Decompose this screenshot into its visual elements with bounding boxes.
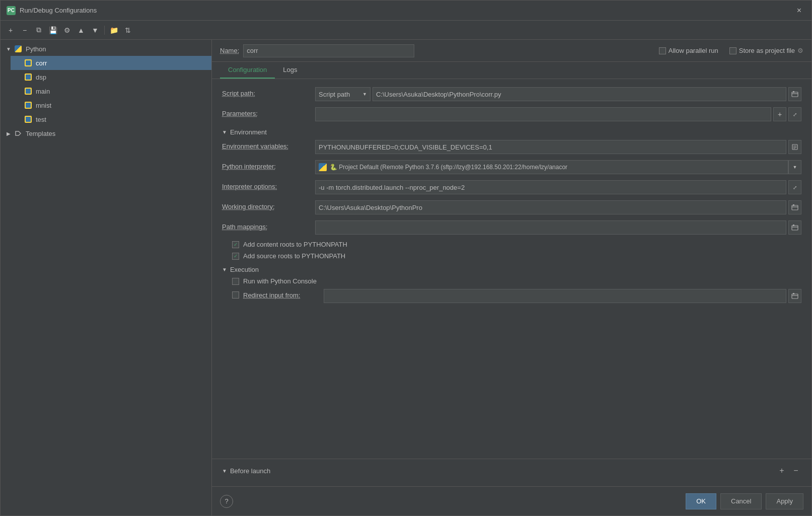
- redirect-input-input[interactable]: [324, 289, 786, 303]
- working-dir-browse-button[interactable]: [788, 200, 801, 214]
- env-vars-controls: [315, 140, 801, 154]
- parameters-input[interactable]: [315, 107, 771, 121]
- help-button[interactable]: ?: [220, 495, 233, 508]
- svg-rect-1: [793, 91, 794, 93]
- before-launch-arrow-icon: ▼: [222, 468, 227, 474]
- path-mappings-input[interactable]: [315, 220, 786, 235]
- python-interp-icon: [319, 163, 327, 171]
- corr-label: corr: [36, 59, 47, 67]
- ok-button[interactable]: OK: [686, 493, 716, 509]
- working-dir-input[interactable]: [315, 200, 786, 214]
- interpreter-options-label: Interpreter options:: [222, 180, 315, 190]
- main-expand: [15, 87, 23, 95]
- add-content-roots-label: Add content roots to PYTHONPATH: [243, 241, 347, 248]
- save-configuration-button[interactable]: 💾: [47, 24, 59, 36]
- copy-configuration-button[interactable]: ⧉: [33, 24, 45, 36]
- env-vars-input[interactable]: [315, 140, 786, 154]
- sort-button[interactable]: ⇅: [122, 24, 134, 36]
- script-path-type-select[interactable]: Script path ▼: [315, 87, 371, 101]
- redirect-input-label: Redirect input from:: [243, 289, 324, 299]
- tree-item-mnist[interactable]: mnist: [11, 98, 211, 112]
- tree-item-corr[interactable]: corr: [11, 56, 211, 70]
- cancel-button[interactable]: Cancel: [720, 493, 762, 509]
- title-bar: PC Run/Debug Configurations ×: [1, 1, 811, 21]
- path-mappings-row: Path mappings:: [222, 220, 801, 236]
- execution-section-label: Execution: [230, 266, 259, 273]
- before-launch-header[interactable]: ▼ Before launch + −: [222, 465, 801, 476]
- run-debug-dialog: PC Run/Debug Configurations × + − ⧉ 💾 ⚙ …: [0, 0, 812, 516]
- store-project-checkbox[interactable]: [729, 47, 736, 54]
- settings-button[interactable]: ⚙: [61, 24, 73, 36]
- app-icon: PC: [7, 6, 16, 15]
- execution-section-header[interactable]: ▼ Execution: [222, 266, 801, 273]
- path-mappings-browse-button[interactable]: [788, 220, 801, 235]
- run-python-console-label: Run with Python Console: [243, 277, 317, 285]
- redirect-input-row: Redirect input from:: [222, 289, 801, 304]
- dsp-icon: [24, 72, 33, 82]
- script-path-controls: Script path ▼: [315, 87, 801, 101]
- python-group: ▼ Python corr: [1, 42, 211, 126]
- python-group-label: Python: [26, 45, 46, 53]
- allow-parallel-wrapper: Allow parallel run: [659, 47, 718, 54]
- svg-rect-11: [793, 293, 794, 294]
- tab-logs[interactable]: Logs: [275, 62, 305, 79]
- svg-rect-9: [793, 225, 794, 226]
- templates-icon: [14, 129, 23, 138]
- before-launch-remove-button[interactable]: −: [790, 465, 801, 476]
- add-content-roots-row: Add content roots to PYTHONPATH: [222, 241, 801, 248]
- right-panel: Name: Allow parallel run Store as projec…: [212, 40, 811, 515]
- add-configuration-button[interactable]: +: [5, 24, 17, 36]
- interpreter-options-expand-button[interactable]: ⤢: [788, 180, 801, 194]
- svg-rect-7: [793, 204, 794, 206]
- script-path-input[interactable]: [373, 87, 786, 101]
- parameters-expand-button[interactable]: ⤢: [788, 107, 801, 121]
- environment-section-header[interactable]: ▼ Environment: [222, 128, 801, 136]
- templates-expand-icon: ▶: [5, 129, 13, 137]
- mnist-label: mnist: [36, 102, 51, 109]
- allow-parallel-checkbox[interactable]: [659, 47, 666, 54]
- name-bar: Name: Allow parallel run Store as projec…: [212, 40, 811, 62]
- python-interpreter-value: 🐍 Project Default (Remote Python 3.7.6 (…: [330, 164, 785, 171]
- python-expand-icon: ▼: [5, 45, 13, 53]
- tree-item-test[interactable]: test: [11, 112, 211, 126]
- redirect-input-checkbox[interactable]: [232, 291, 239, 299]
- env-vars-edit-button[interactable]: [788, 140, 801, 154]
- before-launch-add-button[interactable]: +: [776, 465, 787, 476]
- interpreter-dropdown-button[interactable]: ▼: [788, 160, 801, 174]
- templates-item[interactable]: ▶ Templates: [1, 126, 211, 140]
- bottom-bar: ? OK Cancel Apply: [212, 486, 811, 515]
- before-launch-label: Before launch: [230, 467, 270, 475]
- close-button[interactable]: ×: [793, 4, 805, 17]
- move-down-button[interactable]: ▼: [89, 24, 101, 36]
- script-path-row: Script path: Script path ▼: [222, 87, 801, 102]
- tree-item-dsp[interactable]: dsp: [11, 70, 211, 84]
- svg-rect-6: [792, 205, 798, 210]
- svg-rect-8: [792, 226, 798, 230]
- script-path-label: Script path:: [222, 87, 315, 97]
- tree-item-main[interactable]: main: [11, 84, 211, 98]
- python-group-header[interactable]: ▼ Python: [1, 42, 211, 56]
- redirect-input-browse-button[interactable]: [788, 289, 801, 303]
- interpreter-options-input[interactable]: [315, 180, 786, 194]
- add-content-roots-checkbox[interactable]: [232, 241, 239, 248]
- templates-label: Templates: [26, 130, 55, 137]
- parameters-add-button[interactable]: +: [773, 107, 786, 121]
- apply-button[interactable]: Apply: [766, 493, 803, 509]
- allow-parallel-label: Allow parallel run: [669, 47, 718, 54]
- move-up-button[interactable]: ▲: [75, 24, 87, 36]
- parallel-section: Allow parallel run Store as project file…: [659, 47, 803, 54]
- name-input[interactable]: [243, 44, 414, 57]
- before-launch-section: ▼ Before launch + −: [212, 459, 811, 486]
- tab-configuration[interactable]: Configuration: [220, 62, 275, 79]
- add-source-roots-row: Add source roots to PYTHONPATH: [222, 252, 801, 260]
- path-mappings-label: Path mappings:: [222, 220, 315, 231]
- add-source-roots-label: Add source roots to PYTHONPATH: [243, 252, 345, 260]
- store-project-gear-icon: ⚙: [797, 47, 803, 54]
- open-folder-button[interactable]: 📁: [108, 24, 120, 36]
- redirect-input-controls: [324, 289, 801, 303]
- remove-configuration-button[interactable]: −: [19, 24, 31, 36]
- run-python-console-checkbox[interactable]: [232, 278, 239, 285]
- script-path-browse-button[interactable]: [788, 87, 801, 101]
- working-dir-label: Working directory:: [222, 200, 315, 210]
- add-source-roots-checkbox[interactable]: [232, 253, 239, 260]
